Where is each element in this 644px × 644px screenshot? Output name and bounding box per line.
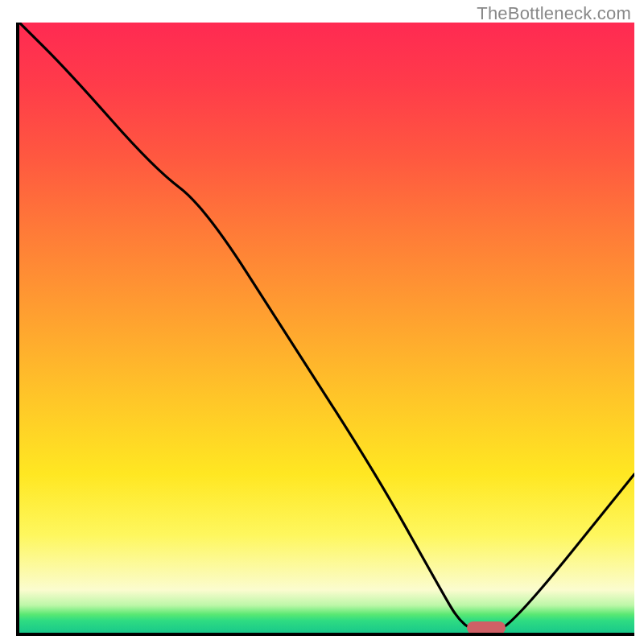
- chart-stage: TheBottleneck.com: [0, 0, 644, 644]
- plot-area: [16, 23, 634, 636]
- watermark-text: TheBottleneck.com: [477, 3, 631, 24]
- optimum-marker: [467, 621, 506, 634]
- bottleneck-curve: [19, 23, 634, 633]
